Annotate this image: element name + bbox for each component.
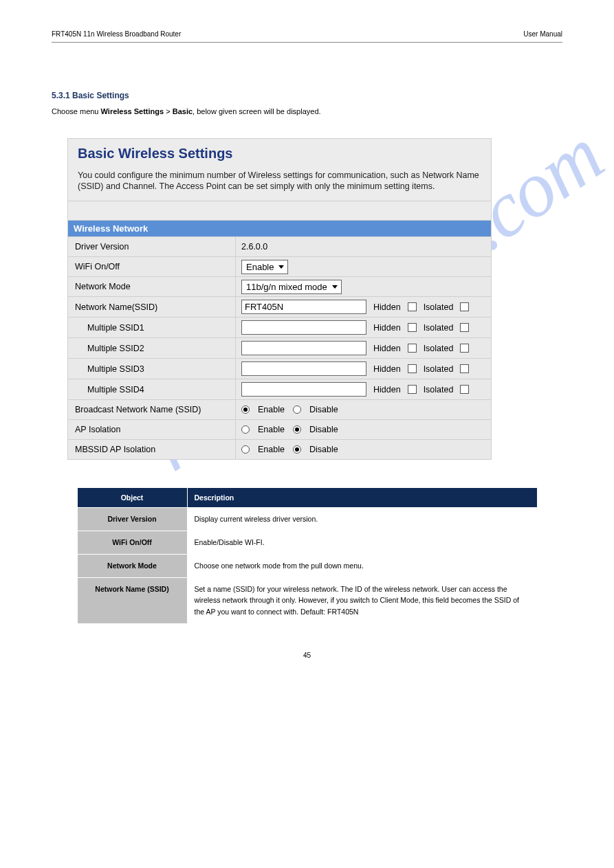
ssid-isolated-label: Isolated [424, 302, 454, 312]
intro-prefix: Choose menu [52, 107, 101, 115]
panel-title: Basic Wireless Settings [78, 146, 481, 162]
def-header-desc: Description [187, 488, 537, 508]
mode-select[interactable]: 11b/g/n mixed mode [241, 280, 342, 294]
mbssid-enable-label: Enable [258, 445, 285, 454]
header-left: FRT405N 11n Wireless Broadband Router [52, 30, 181, 38]
mssid2-input[interactable] [241, 341, 366, 355]
mssid2-hidden-label: Hidden [373, 344, 401, 353]
def-header-row: Object Description [77, 488, 537, 508]
intro-mid: > [164, 107, 173, 115]
label-ssid: Network Name(SSID) [68, 297, 236, 317]
def-val-wifi: Enable/Disable WI-FI. [187, 531, 537, 555]
definition-table: Object Description Driver Version Displa… [77, 487, 538, 624]
value-driver-version: 2.6.0.0 [236, 237, 491, 256]
row-network-mode: Network Mode 11b/g/n mixed mode [68, 277, 491, 297]
page-header: FRT405N 11n Wireless Broadband Router Us… [52, 30, 562, 38]
ssid-input[interactable] [241, 300, 366, 314]
row-mbssid-isolation: MBSSID AP Isolation Enable Disable [68, 440, 491, 459]
row-mssid4: Multiple SSID4 Hidden Isolated [68, 379, 491, 400]
mssid4-isolated-label: Isolated [424, 385, 454, 394]
ap-enable-label: Enable [258, 425, 285, 434]
broadcast-disable-label: Disable [309, 405, 338, 414]
mbssid-disable-radio[interactable] [293, 445, 301, 454]
def-key-driver: Driver Version [77, 508, 187, 531]
broadcast-disable-radio[interactable] [293, 405, 301, 414]
page-number: 45 [52, 652, 562, 659]
label-wifi-onoff: WiFi On/Off [68, 257, 236, 276]
def-key-wifi: WiFi On/Off [77, 531, 187, 555]
mbssid-disable-label: Disable [309, 445, 338, 454]
label-broadcast-ssid: Broadcast Network Name (SSID) [68, 400, 236, 419]
mssid4-input[interactable] [241, 382, 366, 397]
mssid1-isolated-checkbox[interactable] [460, 323, 469, 332]
def-row-mode: Network Mode Choose one network mode fro… [77, 554, 537, 577]
def-header-object: Object [77, 488, 187, 508]
intro-suffix: , below given screen will be displayed. [193, 107, 321, 115]
def-row-wifi: WiFi On/Off Enable/Disable WI-FI. [77, 531, 537, 555]
header-divider [52, 42, 562, 43]
def-val-mode: Choose one network mode from the pull do… [187, 554, 537, 577]
row-mssid2: Multiple SSID2 Hidden Isolated [68, 338, 491, 359]
row-mssid1: Multiple SSID1 Hidden Isolated [68, 318, 491, 338]
label-mssid4: Multiple SSID4 [68, 379, 236, 399]
ssid-isolated-checkbox[interactable] [460, 302, 469, 311]
def-key-ssid: Network Name (SSID) [77, 577, 187, 623]
mode-select-wrap[interactable]: 11b/g/n mixed mode [241, 282, 342, 292]
section-intro: Choose menu Wireless Settings > Basic, b… [52, 106, 562, 118]
mssid1-input[interactable] [241, 320, 366, 335]
ap-disable-radio[interactable] [293, 425, 301, 434]
ap-disable-label: Disable [309, 425, 338, 434]
wifi-select-wrap[interactable]: Enable [241, 262, 288, 272]
mssid3-hidden-checkbox[interactable] [408, 364, 417, 373]
broadcast-enable-label: Enable [258, 405, 285, 414]
intro-bold1: Wireless Settings [101, 107, 164, 115]
label-mssid3: Multiple SSID3 [68, 359, 236, 379]
mssid4-hidden-label: Hidden [373, 385, 401, 394]
def-val-driver: Display current wireless driver version. [187, 508, 537, 531]
label-ap-isolation: AP Isolation [68, 420, 236, 439]
section-title: 5.3.1 Basic Settings [52, 91, 562, 100]
row-mssid3: Multiple SSID3 Hidden Isolated [68, 359, 491, 379]
mssid1-isolated-label: Isolated [424, 323, 454, 333]
def-row-driver: Driver Version Display current wireless … [77, 508, 537, 531]
mssid3-isolated-checkbox[interactable] [460, 364, 469, 373]
wifi-select[interactable]: Enable [241, 260, 288, 274]
row-driver-version: Driver Version 2.6.0.0 [68, 237, 491, 257]
def-val-ssid: Set a name (SSID) for your wireless netw… [187, 577, 537, 623]
panel-gap [68, 201, 491, 221]
row-wifi-onoff: WiFi On/Off Enable [68, 257, 491, 277]
panel-header: Basic Wireless Settings You could config… [68, 139, 491, 202]
mssid3-input[interactable] [241, 361, 366, 376]
header-right: User Manual [523, 30, 562, 38]
settings-panel: Basic Wireless Settings You could config… [67, 138, 492, 460]
mssid2-hidden-checkbox[interactable] [408, 344, 417, 353]
mssid2-isolated-label: Isolated [424, 344, 454, 353]
label-network-mode: Network Mode [68, 277, 236, 296]
row-ap-isolation: AP Isolation Enable Disable [68, 420, 491, 440]
mssid3-hidden-label: Hidden [373, 364, 401, 374]
ap-enable-radio[interactable] [241, 425, 250, 434]
ssid-hidden-checkbox[interactable] [408, 302, 417, 311]
mbssid-enable-radio[interactable] [241, 445, 250, 454]
ssid-hidden-label: Hidden [373, 302, 401, 312]
label-mbssid-isolation: MBSSID AP Isolation [68, 440, 236, 459]
mssid2-isolated-checkbox[interactable] [460, 344, 469, 353]
row-ssid: Network Name(SSID) Hidden Isolated [68, 297, 491, 318]
broadcast-enable-radio[interactable] [241, 405, 250, 414]
def-key-mode: Network Mode [77, 554, 187, 577]
label-mssid1: Multiple SSID1 [68, 318, 236, 337]
def-row-ssid: Network Name (SSID) Set a name (SSID) fo… [77, 577, 537, 623]
mssid1-hidden-label: Hidden [373, 323, 401, 333]
mssid4-hidden-checkbox[interactable] [408, 385, 417, 394]
row-broadcast-ssid: Broadcast Network Name (SSID) Enable Dis… [68, 400, 491, 420]
label-driver-version: Driver Version [68, 237, 236, 256]
label-mssid2: Multiple SSID2 [68, 338, 236, 358]
panel-desc: You could configure the minimum number o… [78, 170, 481, 193]
mssid4-isolated-checkbox[interactable] [460, 385, 469, 394]
intro-bold2: Basic [173, 107, 193, 115]
mssid1-hidden-checkbox[interactable] [408, 323, 417, 332]
mssid3-isolated-label: Isolated [424, 364, 454, 374]
wireless-network-header: Wireless Network [68, 221, 491, 237]
